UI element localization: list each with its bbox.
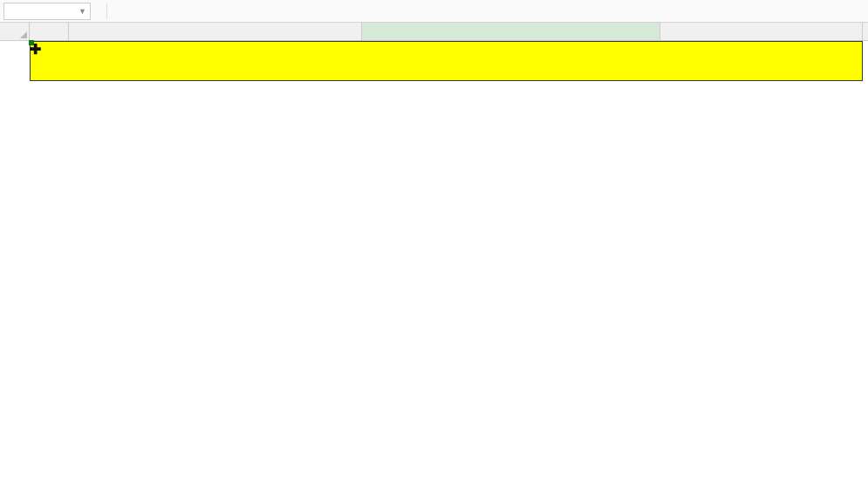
header-after[interactable] bbox=[362, 41, 660, 42]
table-header-row bbox=[30, 41, 863, 42]
column-header-a[interactable] bbox=[30, 23, 69, 40]
formula-bar: ▼ bbox=[0, 0, 868, 23]
formula-input[interactable] bbox=[165, 3, 865, 20]
name-box[interactable]: ▼ bbox=[3, 3, 91, 20]
column-headers bbox=[30, 23, 868, 41]
chevron-down-icon[interactable]: ▼ bbox=[79, 7, 86, 16]
column-header-c[interactable] bbox=[362, 23, 660, 40]
column-header-d[interactable] bbox=[660, 23, 863, 40]
header-no[interactable] bbox=[30, 41, 69, 42]
column-header-b[interactable] bbox=[69, 23, 362, 40]
cancel-icon[interactable] bbox=[113, 3, 130, 20]
header-remark[interactable] bbox=[660, 41, 863, 42]
separator bbox=[106, 3, 107, 19]
insert-function-icon[interactable] bbox=[147, 3, 165, 20]
select-all-button[interactable] bbox=[0, 23, 30, 41]
enter-icon[interactable] bbox=[130, 3, 147, 20]
sheet-title-merged-cell[interactable] bbox=[30, 41, 863, 81]
header-before[interactable] bbox=[69, 41, 362, 42]
spreadsheet-grid: ✚ bbox=[0, 23, 868, 483]
